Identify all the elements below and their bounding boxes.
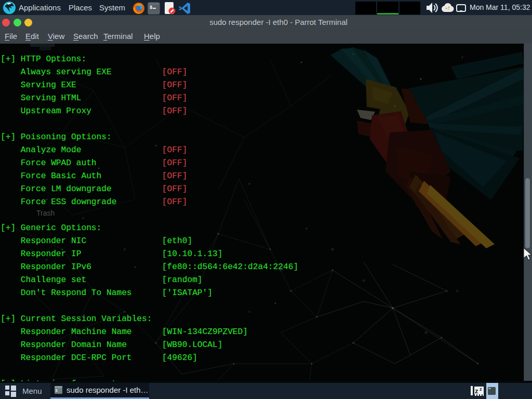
svg-text:$: $	[56, 389, 58, 393]
svg-text:$: $	[150, 5, 153, 10]
svg-text:z: z	[475, 387, 478, 395]
svg-text:z: z	[480, 387, 482, 392]
